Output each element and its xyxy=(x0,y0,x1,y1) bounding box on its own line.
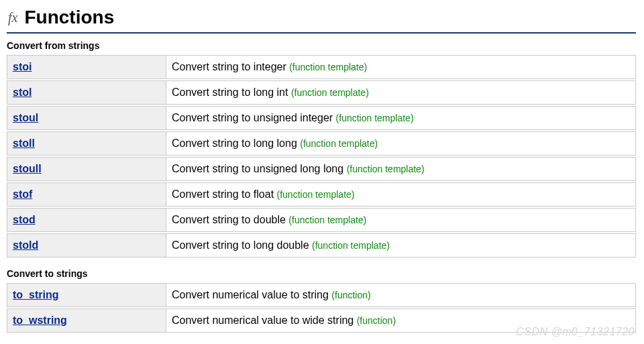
table-row: stoll Convert string to long long (funct… xyxy=(7,131,636,156)
func-link-stold[interactable]: stold xyxy=(13,239,38,251)
func-link-stod[interactable]: stod xyxy=(13,214,36,225)
func-tag: (function template) xyxy=(277,189,355,200)
table-row: stoull Convert string to unsigned long l… xyxy=(7,157,636,181)
func-tag: (function template) xyxy=(347,164,425,174)
table-row: to_wstring Convert numerical value to wi… xyxy=(7,308,636,333)
functions-table-to-strings: to_string Convert numerical value to str… xyxy=(7,282,636,334)
func-desc: Convert string to float xyxy=(172,188,274,200)
func-desc: Convert string to long double xyxy=(172,239,309,251)
table-row: stoi Convert string to integer (function… xyxy=(7,55,636,79)
fx-icon: fx xyxy=(8,11,17,24)
func-link-stof[interactable]: stof xyxy=(13,188,32,200)
func-tag: (function template) xyxy=(300,138,378,149)
func-tag: (function template) xyxy=(336,113,414,123)
func-link-stoul[interactable]: stoul xyxy=(13,112,38,123)
func-link-to-wstring[interactable]: to_wstring xyxy=(13,314,67,326)
func-desc: Convert numerical value to wide string xyxy=(172,314,354,326)
func-tag: (function) xyxy=(357,315,396,326)
table-row: to_string Convert numerical value to str… xyxy=(7,283,636,307)
func-desc: Convert string to long int xyxy=(172,87,288,98)
func-desc: Convert string to unsigned integer xyxy=(172,112,333,123)
func-link-stol[interactable]: stol xyxy=(13,87,32,98)
func-tag: (function template) xyxy=(288,215,366,225)
section-convert-to-strings: Convert to strings to_string Convert num… xyxy=(7,268,636,334)
func-desc: Convert string to double xyxy=(172,214,286,225)
func-desc: Convert string to unsigned long long xyxy=(172,163,343,174)
table-row: stold Convert string to long double (fun… xyxy=(7,233,636,257)
functions-table-from-strings: stoi Convert string to integer (function… xyxy=(7,54,636,259)
func-tag: (function template) xyxy=(289,62,367,72)
section-title: Convert from strings xyxy=(7,40,636,51)
section-title: Convert to strings xyxy=(7,268,636,279)
page-header: fx Functions xyxy=(7,7,636,34)
func-tag: (function template) xyxy=(312,240,390,251)
table-row: stof Convert string to float (function t… xyxy=(7,182,636,207)
section-convert-from-strings: Convert from strings stoi Convert string… xyxy=(7,40,636,259)
func-desc: Convert string to integer xyxy=(172,61,286,72)
func-link-to-string[interactable]: to_string xyxy=(13,289,58,300)
func-desc: Convert string to long long xyxy=(172,137,297,149)
func-desc: Convert numerical value to string xyxy=(172,289,329,300)
table-row: stoul Convert string to unsigned integer… xyxy=(7,106,636,130)
func-tag: (function template) xyxy=(291,87,369,98)
table-row: stol Convert string to long int (functio… xyxy=(7,80,636,105)
table-row: stod Convert string to double (function … xyxy=(7,208,636,232)
page-title: Functions xyxy=(24,7,114,28)
func-link-stoll[interactable]: stoll xyxy=(13,137,35,149)
func-link-stoull[interactable]: stoull xyxy=(13,163,42,174)
func-tag: (function) xyxy=(331,290,370,300)
func-link-stoi[interactable]: stoi xyxy=(13,61,32,72)
